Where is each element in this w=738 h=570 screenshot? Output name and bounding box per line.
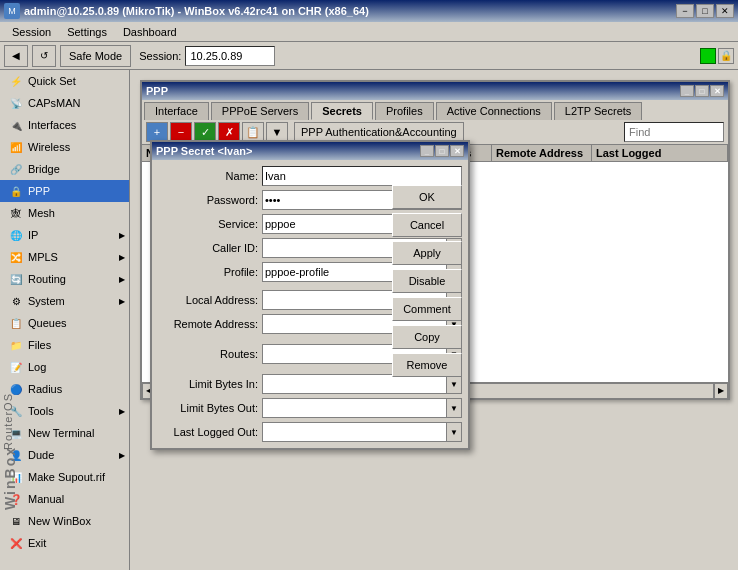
menu-settings[interactable]: Settings [59,24,115,40]
toolbar: ◀ ↺ Safe Mode Session: 10.25.0.89 🔒 [0,42,738,70]
tab-l2tp-secrets[interactable]: L2TP Secrets [554,102,642,120]
exit-icon: ❌ [8,535,24,551]
title-bar: M admin@10.25.0.89 (MikroTik) - WinBox v… [0,0,738,22]
sidebar-item-queues[interactable]: 📋 Queues [0,312,129,334]
action-buttons: OK Cancel Apply Disable Comment Copy Rem… [392,185,462,377]
cancel-button[interactable]: Cancel [392,213,462,237]
tab-secrets[interactable]: Secrets [311,102,373,120]
secret-minimize-button[interactable]: _ [420,145,434,157]
dude-arrow: ▶ [119,451,125,460]
ppp-window-title: PPP [146,85,168,97]
ppp-minimize-button[interactable]: _ [680,85,694,97]
menu-dashboard[interactable]: Dashboard [115,24,185,40]
capsman-icon: 📡 [8,95,24,111]
limit-bytes-out-row: Limit Bytes Out: ▼ [152,396,468,420]
sidebar-item-wireless[interactable]: 📶 Wireless [0,136,129,158]
tab-active-connections[interactable]: Active Connections [436,102,552,120]
limit-bytes-in-input[interactable] [262,374,446,394]
routing-arrow: ▶ [119,275,125,284]
sidebar-item-radius[interactable]: 🔵 Radius [0,378,129,400]
sidebar-item-tools[interactable]: 🔧 Tools ▶ [0,400,129,422]
ppp-maximize-button[interactable]: □ [695,85,709,97]
ok-button[interactable]: OK [392,185,462,209]
session-value: 10.25.0.89 [185,46,275,66]
sidebar-item-ip[interactable]: 🌐 IP ▶ [0,224,129,246]
limit-bytes-out-dropdown-arrow[interactable]: ▼ [446,398,462,418]
maximize-button[interactable]: □ [696,4,714,18]
window-controls: − □ ✕ [676,4,734,18]
back-button[interactable]: ◀ [4,45,28,67]
system-icon: ⚙ [8,293,24,309]
disable-button[interactable]: ✗ [218,122,240,142]
remove-button[interactable]: − [170,122,192,142]
sidebar-item-log[interactable]: 📝 Log [0,356,129,378]
last-logged-out-row: Last Logged Out: ▼ [152,420,468,444]
copy-button[interactable]: Copy [392,325,462,349]
sidebar-item-routing[interactable]: 🔄 Routing ▶ [0,268,129,290]
col-last-logged: Last Logged [592,145,728,161]
sidebar-item-new-terminal[interactable]: 💻 New Terminal [0,422,129,444]
secret-close-button[interactable]: ✕ [450,145,464,157]
sidebar-item-dude[interactable]: 👤 Dude ▶ [0,444,129,466]
sidebar-item-files[interactable]: 📁 Files [0,334,129,356]
mpls-icon: 🔀 [8,249,24,265]
sidebar-item-new-winbox[interactable]: 🖥 New WinBox [0,510,129,532]
mesh-icon: 🕸 [8,205,24,221]
minimize-button[interactable]: − [676,4,694,18]
sidebar-item-mpls[interactable]: 🔀 MPLS ▶ [0,246,129,268]
sidebar-item-exit[interactable]: ❌ Exit [0,532,129,554]
limit-bytes-out-input[interactable] [262,398,446,418]
routing-icon: 🔄 [8,271,24,287]
sidebar-item-manual[interactable]: ❓ Manual [0,488,129,510]
sidebar-item-quick-set[interactable]: ⚡ Quick Set [0,70,129,92]
sidebar-item-interfaces[interactable]: 🔌 Interfaces [0,114,129,136]
tab-pppoe-servers[interactable]: PPPoE Servers [211,102,309,120]
last-logged-out-label: Last Logged Out: [158,426,258,438]
sidebar-item-system[interactable]: ⚙ System ▶ [0,290,129,312]
files-icon: 📁 [8,337,24,353]
name-input[interactable] [262,166,462,186]
local-address-label: Local Address: [158,294,258,306]
menu-session[interactable]: Session [4,24,59,40]
routes-label: Routes: [158,348,258,360]
sidebar-item-mesh[interactable]: 🕸 Mesh [0,202,129,224]
sidebar: ⚡ Quick Set 📡 CAPsMAN 🔌 Interfaces 📶 Wir… [0,70,130,570]
enable-button[interactable]: ✓ [194,122,216,142]
menu-bar: Session Settings Dashboard [0,22,738,42]
interfaces-icon: 🔌 [8,117,24,133]
forward-button[interactable]: ↺ [32,45,56,67]
filter-button[interactable]: ▼ [266,122,288,142]
secret-dialog-title: PPP Secret <Ivan> _ □ ✕ [152,142,468,160]
tab-profiles[interactable]: Profiles [375,102,434,120]
limit-bytes-in-dropdown-arrow[interactable]: ▼ [446,374,462,394]
main-layout: ⚡ Quick Set 📡 CAPsMAN 🔌 Interfaces 📶 Wir… [0,70,738,570]
mpls-arrow: ▶ [119,253,125,262]
remove-button[interactable]: Remove [392,353,462,377]
copy-table-button[interactable]: 📋 [242,122,264,142]
window-title: admin@10.25.0.89 (MikroTik) - WinBox v6.… [24,5,369,17]
ppp-close-button[interactable]: ✕ [710,85,724,97]
auth-button[interactable]: PPP Authentication&Accounting [294,122,464,142]
tabs-row: Interface PPPoE Servers Secrets Profiles… [142,100,728,120]
disable-button[interactable]: Disable [392,269,462,293]
safe-mode-button[interactable]: Safe Mode [60,45,131,67]
log-icon: 📝 [8,359,24,375]
find-input[interactable] [624,122,724,142]
comment-button[interactable]: Comment [392,297,462,321]
close-button[interactable]: ✕ [716,4,734,18]
sidebar-item-capsman[interactable]: 📡 CAPsMAN [0,92,129,114]
secret-maximize-button[interactable]: □ [435,145,449,157]
last-logged-out-dropdown-arrow[interactable]: ▼ [446,422,462,442]
add-button[interactable]: + [146,122,168,142]
ppp-window-controls: _ □ ✕ [680,85,724,97]
app-icon: M [4,3,20,19]
scroll-right-button[interactable]: ▶ [714,383,728,399]
winbox-label: WinBox [2,446,18,510]
sidebar-item-bridge[interactable]: 🔗 Bridge [0,158,129,180]
tab-interface[interactable]: Interface [144,102,209,120]
secret-dialog-controls: _ □ ✕ [420,145,464,157]
sidebar-item-ppp[interactable]: 🔒 PPP [0,180,129,202]
apply-button[interactable]: Apply [392,241,462,265]
sidebar-item-make-supout[interactable]: 📊 Make Supout.rif [0,466,129,488]
last-logged-out-input[interactable] [262,422,446,442]
